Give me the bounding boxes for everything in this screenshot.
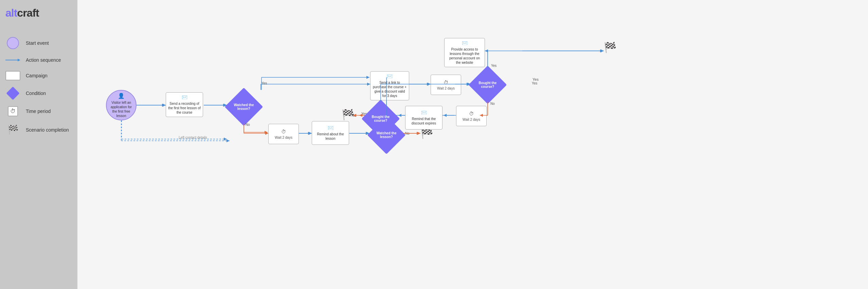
no-label-2: No xyxy=(405,132,410,135)
time2-label: Wait 2 days xyxy=(437,86,455,90)
envelope-icon-2: ✉️ xyxy=(328,125,333,131)
legend-action-sequence: Action sequence xyxy=(5,53,72,67)
campaign1-node: ✉️ Send a recording of the first free le… xyxy=(166,92,203,117)
campaign2-node: ✉️ Remind about the lesson xyxy=(312,121,349,145)
condition4-node: Bought the course? xyxy=(364,102,398,136)
campaign2-label: Remind about the lesson xyxy=(314,132,347,141)
condition3-label: Bought the course? xyxy=(471,68,505,102)
campaign3-label: Send a link to purchase the course + giv… xyxy=(373,80,407,98)
flag3-node: 🏁 xyxy=(342,109,354,120)
legend-action-sequence-label: Action sequence xyxy=(26,57,61,63)
time2-node: ⏱ Wait 2 days xyxy=(431,75,461,95)
clock-icon-3: ⏱ xyxy=(469,111,474,116)
envelope-icon-5: ✉️ xyxy=(421,110,427,115)
legend-scenario-completion: 🏁 Scenario completion xyxy=(5,120,72,139)
svg-text:Yes: Yes xyxy=(532,77,539,81)
main-canvas: 👤 Visitor left an application for the fi… xyxy=(77,0,868,289)
time1-node: ⏱ Wait 2 days xyxy=(268,124,299,144)
campaign5-node: ✉️ Remind that the discount expires xyxy=(405,106,442,130)
scenario-completion-icon: 🏁 xyxy=(5,124,20,135)
flag2-node: 🏁 xyxy=(604,41,616,53)
campaign5-label: Remind that the discount expires xyxy=(408,117,440,126)
campaign4-node: ✉️ Provide access to lessons through the… xyxy=(444,38,485,67)
sidebar: altcraft Start event Action sequence Cam… xyxy=(0,0,77,289)
time3-label: Wait 2 days xyxy=(463,118,480,121)
envelope-icon-3: ✉️ xyxy=(387,74,393,79)
campaign1-label: Send a recording of the first free lesso… xyxy=(168,101,201,115)
condition3-node: Bought the course? xyxy=(471,68,505,102)
legend-condition-label: Condition xyxy=(26,91,46,96)
campaign4-label: Provide access to lessons through the pe… xyxy=(447,47,483,65)
campaign-icon xyxy=(5,71,20,80)
action-sequence-icon xyxy=(5,58,20,62)
legend-time-period-label: Time period xyxy=(26,109,51,114)
person-icon: 👤 xyxy=(118,93,125,99)
start-node: 👤 Visitor left an application for the fi… xyxy=(106,90,137,120)
condition-icon xyxy=(5,89,20,98)
envelope-icon-4: ✉️ xyxy=(462,40,468,46)
legend-campaign-label: Campaign xyxy=(26,73,48,78)
clock-icon-1: ⏱ xyxy=(281,129,286,134)
legend-start-event: Start event xyxy=(5,33,72,53)
svg-marker-1 xyxy=(18,59,20,61)
time3-node: ⏱ Wait 2 days xyxy=(456,106,487,126)
condition1-label: Watched the lesson? xyxy=(227,90,261,124)
clock-icon-2: ⏱ xyxy=(444,80,448,85)
legend-scenario-completion-label: Scenario completion xyxy=(26,127,69,133)
campaign3-node: ✉️ Send a link to purchase the course + … xyxy=(370,71,409,100)
legend-campaign: Campaign xyxy=(5,67,72,84)
no-label-3: No xyxy=(490,102,495,105)
yes-label-4: Yes xyxy=(532,81,537,85)
yes-label-1: Yes xyxy=(261,81,267,85)
time-period-icon: ⏱ xyxy=(5,106,20,116)
legend-start-event-label: Start event xyxy=(26,40,49,46)
yes-label-3: Yes xyxy=(491,64,496,68)
time1-label: Wait 2 days xyxy=(275,136,292,139)
legend-condition: Condition xyxy=(5,84,72,102)
start-event-icon xyxy=(5,37,20,49)
condition1-node: Watched the lesson? xyxy=(227,90,261,124)
envelope-icon-1: ✉️ xyxy=(182,95,187,100)
condition4-label: Bought the course? xyxy=(364,102,398,136)
dashed-label: Left contact details xyxy=(173,136,213,139)
legend-time-period: ⏱ Time period xyxy=(5,102,72,120)
logo: altcraft xyxy=(5,7,72,19)
start-node-label: Visitor left an application for the firs… xyxy=(109,100,133,118)
